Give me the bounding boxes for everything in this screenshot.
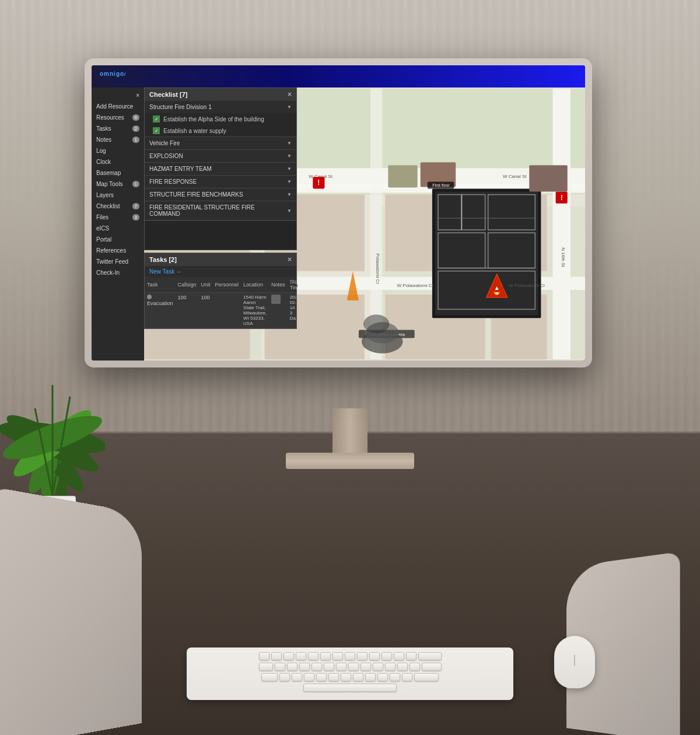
key: [373, 663, 383, 671]
section-label: FIRE RESIDENTIAL STRUCTURE FIRE COMMAND: [149, 204, 287, 217]
tasks-panel-title: Tasks [2]: [149, 256, 177, 263]
app-logo: omnigoi: [100, 71, 126, 83]
sidebar-item-label: Portal: [96, 236, 111, 243]
tasks-table: Task Callsign Unit Personnel Location No…: [145, 277, 296, 328]
sidebar-item-log[interactable]: Log: [92, 145, 144, 156]
section-label: Vehicle Fire: [149, 140, 180, 146]
tasks-toolbar: New Task →: [145, 266, 296, 277]
sidebar-item-references[interactable]: References: [92, 245, 144, 256]
key: [259, 652, 270, 660]
checklist-notes-area: [145, 220, 296, 250]
sidebar-item-files[interactable]: Files 3: [92, 212, 144, 223]
key: [312, 663, 322, 671]
section-chevron: ▼: [287, 192, 292, 197]
key: [365, 673, 376, 681]
notes-badge: 1: [132, 136, 139, 143]
sidebar-item-label: Add Resource: [96, 103, 133, 110]
sidebar-item-eics[interactable]: eICS: [92, 223, 144, 234]
key: [377, 673, 388, 681]
svg-text:First floor: First floor: [432, 183, 450, 187]
key: [406, 652, 416, 660]
sidebar-item-map-tools[interactable]: Map Tools 1: [92, 178, 144, 190]
svg-rect-19: [553, 89, 570, 359]
svg-text:N 16th St: N 16th St: [561, 247, 566, 267]
checklist-section-0: Structure Fire Division 1 ▼ Establish th…: [145, 101, 296, 137]
section-chevron: ▼: [287, 179, 292, 184]
sidebar-item-check-in[interactable]: Check-In: [92, 267, 144, 278]
key: [394, 652, 404, 660]
checklist-section-2: EXPLOSION ▼: [145, 150, 296, 163]
svg-rect-57: [529, 165, 568, 191]
checklist-section-header-0[interactable]: Structure Fire Division 1 ▼: [145, 101, 296, 113]
key: [357, 652, 368, 660]
table-row[interactable]: Evacuation 100 100 1540 Harm Aaron State…: [145, 293, 296, 328]
section-chevron: ▼: [287, 141, 292, 146]
checklist-section-header-2[interactable]: EXPLOSION ▼: [145, 150, 296, 162]
map-tools-badge: 1: [132, 181, 139, 187]
cell-location: 1540 Harm Aaron State Trail, Milwaukee, …: [241, 293, 269, 328]
sidebar-close-icon[interactable]: ×: [136, 92, 139, 99]
checklist-section-header-1[interactable]: Vehicle Fire ▼: [145, 137, 296, 149]
key: [304, 673, 314, 681]
mouse: [554, 636, 595, 688]
checklist-section-header-4[interactable]: FIRE RESPONSE ▼: [145, 176, 296, 188]
checklist-item-label: Establish a water supply: [163, 128, 226, 134]
resources-badge: 8: [132, 114, 139, 121]
cell-unit: 100: [199, 293, 213, 328]
key-caps: [261, 673, 278, 681]
svg-text:W Canal St: W Canal St: [503, 174, 527, 179]
svg-point-64: [363, 314, 389, 333]
key: [385, 663, 396, 671]
sidebar-item-resources[interactable]: Resources 8: [92, 112, 144, 123]
sidebar-item-twitter-feed[interactable]: Twitter Feed: [92, 256, 144, 267]
cell-personnel: [213, 293, 242, 328]
notes-icon[interactable]: [271, 295, 281, 304]
key: [320, 652, 331, 660]
col-unit: Unit: [199, 277, 213, 293]
key: [279, 673, 290, 681]
section-label: EXPLOSION: [149, 153, 183, 159]
key: [284, 652, 294, 660]
sidebar-item-tasks[interactable]: Tasks 2: [92, 123, 144, 134]
key: [287, 663, 298, 671]
app-body: × Add Resource Resources 8 Tasks 2 Notes…: [92, 88, 585, 360]
checklist-section-header-6[interactable]: FIRE RESIDENTIAL STRUCTURE FIRE COMMAND …: [145, 201, 296, 220]
panels-area: Checklist [7] × Structure Fire Division …: [144, 88, 302, 360]
new-task-button[interactable]: New Task →: [149, 268, 181, 275]
sidebar: × Add Resource Resources 8 Tasks 2 Notes…: [92, 88, 144, 360]
monitor-stand-neck: [332, 408, 368, 455]
key: [308, 652, 318, 660]
checklist-checkbox-0[interactable]: [153, 116, 160, 123]
col-notes: Notes: [269, 277, 288, 293]
sidebar-item-checklist[interactable]: Checklist 7: [92, 201, 144, 212]
key: [397, 663, 408, 671]
sidebar-item-layers[interactable]: Layers: [92, 190, 144, 201]
checklist-close-button[interactable]: ×: [288, 90, 292, 99]
checklist-panel: Checklist [7] × Structure Fire Division …: [144, 88, 297, 250]
key: [369, 652, 380, 660]
tasks-close-button[interactable]: ×: [288, 256, 292, 264]
sidebar-item-label: Notes: [96, 136, 111, 143]
sidebar-item-basemap[interactable]: Basemap: [92, 167, 144, 178]
key: [382, 652, 392, 660]
checklist-item-label: Establish the Alpha Side of the building: [163, 116, 264, 123]
sidebar-item-portal[interactable]: Portal: [92, 234, 144, 245]
monitor-frame: omnigoi × Add Resource Resources 8: [85, 58, 592, 368]
key: [316, 673, 327, 681]
cell-callsign: 100: [176, 293, 199, 328]
sidebar-item-add-resource[interactable]: Add Resource: [92, 101, 144, 112]
checklist-item-0: Establish the Alpha Side of the building: [145, 113, 296, 125]
sidebar-item-label: Twitter Feed: [96, 258, 128, 265]
col-location: Location: [241, 277, 269, 293]
sidebar-item-notes[interactable]: Notes 1: [92, 134, 144, 145]
svg-text:!: !: [317, 178, 320, 187]
key: [402, 673, 412, 681]
key: [422, 663, 442, 671]
checklist-section-header-3[interactable]: HAZMAT ENTRY TEAM ▼: [145, 163, 296, 175]
checklist-checkbox-1[interactable]: [153, 127, 160, 134]
checklist-section-header-5[interactable]: STRUCTURE FIRE BENCHMARKS ▼: [145, 188, 296, 201]
section-chevron: ▼: [287, 166, 292, 172]
col-callsign: Callsign: [176, 277, 199, 293]
tasks-table-container: Task Callsign Unit Personnel Location No…: [145, 277, 296, 328]
sidebar-item-clock[interactable]: Clock: [92, 156, 144, 167]
